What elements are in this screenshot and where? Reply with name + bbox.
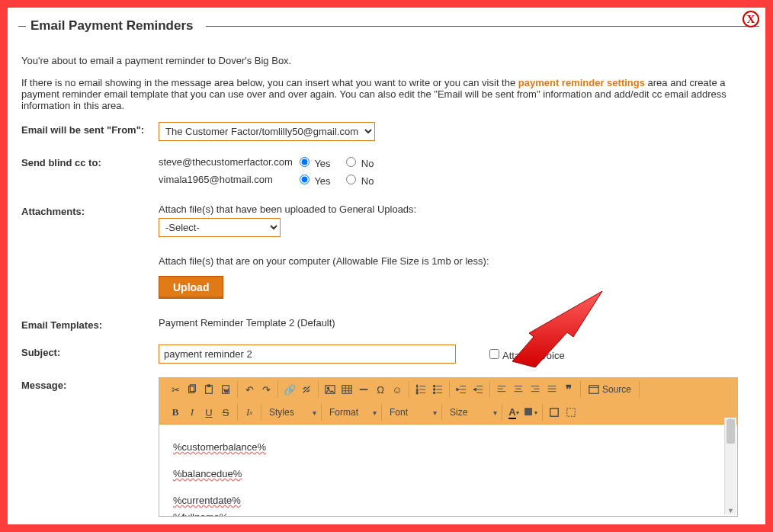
intro-paragraph-2: If there is no email showing in the mess…: [21, 77, 759, 111]
bold-icon[interactable]: B: [167, 404, 184, 421]
indent-icon[interactable]: [470, 381, 486, 398]
upload-button[interactable]: Upload: [159, 276, 223, 299]
special-char-icon[interactable]: Ω: [372, 381, 389, 398]
svg-text:W: W: [223, 388, 229, 394]
copy-icon[interactable]: [184, 381, 200, 398]
bcc-no-radio[interactable]: [346, 157, 356, 167]
rule-left: [18, 26, 26, 27]
message-label: Message:: [21, 377, 159, 391]
link-icon[interactable]: 🔗: [281, 381, 298, 398]
message-token: %currentdate%: [173, 495, 241, 506]
svg-point-22: [433, 389, 435, 391]
svg-rect-9: [342, 386, 351, 394]
format-dropdown[interactable]: Format: [325, 404, 378, 421]
font-dropdown[interactable]: Font: [385, 404, 438, 421]
svg-rect-3: [207, 385, 210, 387]
no-label: No: [361, 175, 374, 187]
from-label: Email will be sent "From":: [21, 122, 159, 136]
subject-label: Subject:: [21, 345, 159, 358]
source-label: Source: [602, 384, 631, 395]
attach-invoice-label: Attach Invoice: [502, 350, 565, 361]
attach-computer-help: Attach file(s) that are on your computer…: [159, 255, 759, 267]
align-left-icon[interactable]: [493, 381, 510, 398]
svg-rect-47: [589, 386, 598, 394]
yes-label: Yes: [314, 175, 330, 187]
align-center-icon[interactable]: [510, 381, 527, 398]
bullet-list-icon[interactable]: [429, 381, 446, 398]
bcc-no-option[interactable]: No: [342, 175, 374, 187]
bcc-yes-option[interactable]: Yes: [296, 158, 331, 169]
from-select[interactable]: The Customer Factor/tomlilly50@gmail.com: [159, 122, 375, 141]
maximize-icon[interactable]: [546, 404, 563, 421]
hr-icon[interactable]: [355, 381, 372, 398]
svg-point-21: [433, 385, 435, 387]
editor-textarea[interactable]: %customerbalance% %balancedue% %currentd…: [159, 425, 737, 516]
svg-marker-30: [457, 388, 460, 391]
svg-point-23: [433, 392, 435, 394]
attachments-label: Attachments:: [21, 204, 159, 217]
bcc-no-radio[interactable]: [346, 175, 356, 184]
numbered-list-icon[interactable]: 123: [412, 381, 429, 398]
cut-icon[interactable]: ✂: [167, 381, 184, 398]
redo-icon[interactable]: ↷: [258, 381, 274, 398]
attach-uploaded-help: Attach file(s) that have been uploaded t…: [159, 204, 759, 215]
underline-icon[interactable]: U: [200, 404, 217, 421]
image-icon[interactable]: [322, 381, 338, 398]
blockquote-icon[interactable]: ❞: [560, 381, 577, 398]
bcc-yes-option[interactable]: Yes: [296, 175, 331, 187]
intro-text-a: If there is no email showing in the mess…: [21, 77, 518, 88]
message-token: %fullname%: [173, 511, 228, 516]
bcc-yes-radio[interactable]: [300, 175, 310, 184]
bcc-email: vimala1965@hotmail.com: [159, 174, 296, 185]
yes-label: Yes: [314, 158, 330, 169]
bg-color-icon[interactable]: ▾: [522, 404, 539, 421]
message-token: %balancedue%: [173, 468, 242, 479]
paste-word-icon[interactable]: W: [217, 381, 234, 398]
bcc-row: steve@thecustomerfactor.com Yes No: [159, 155, 759, 169]
attach-invoice-checkbox[interactable]: [489, 349, 499, 359]
page-title: Email Payment Reminders: [30, 18, 194, 34]
styles-dropdown[interactable]: Styles: [265, 404, 318, 421]
paste-icon[interactable]: [200, 381, 217, 398]
align-right-icon[interactable]: [527, 381, 544, 398]
attach-invoice-option[interactable]: Attach Invoice: [486, 347, 565, 361]
editor-toolbar: ✂ W ↶ ↷ 🔗: [159, 378, 737, 425]
svg-rect-51: [567, 409, 576, 417]
message-token: %customerbalance%: [173, 441, 266, 453]
rule-right: [206, 26, 759, 27]
size-dropdown[interactable]: Size: [445, 404, 499, 421]
editor-scrollbar[interactable]: ▲ ▼: [724, 418, 736, 514]
svg-rect-49: [525, 409, 532, 415]
subject-input[interactable]: [159, 345, 456, 364]
bcc-label: Send blind cc to:: [21, 155, 159, 168]
scrollbar-thumb[interactable]: [726, 419, 735, 444]
payment-reminder-settings-link[interactable]: payment reminder settings: [518, 77, 645, 88]
bcc-yes-radio[interactable]: [300, 157, 310, 167]
page-title-row: Email Payment Reminders: [18, 18, 759, 34]
undo-icon[interactable]: ↶: [241, 381, 258, 398]
strike-icon[interactable]: S: [217, 404, 234, 421]
close-button[interactable]: X: [743, 11, 759, 27]
table-icon[interactable]: [338, 381, 355, 398]
intro-paragraph-1: You're about to email a payment reminder…: [21, 55, 759, 66]
svg-rect-50: [550, 409, 559, 417]
bcc-no-option[interactable]: No: [342, 158, 374, 169]
attach-uploaded-select[interactable]: -Select-: [159, 218, 281, 237]
outdent-icon[interactable]: [453, 381, 470, 398]
svg-text:3: 3: [416, 391, 419, 395]
rich-text-editor: ✂ W ↶ ↷ 🔗: [159, 377, 738, 517]
show-blocks-icon[interactable]: [563, 404, 579, 421]
bcc-email: steve@thecustomerfactor.com: [159, 156, 296, 168]
template-name: Payment Reminder Template 2 (Default): [159, 317, 759, 328]
templates-label: Email Templates:: [21, 317, 159, 331]
source-button[interactable]: Source: [584, 381, 636, 398]
unlink-icon[interactable]: [298, 381, 315, 398]
italic-icon[interactable]: I: [184, 404, 200, 421]
align-justify-icon[interactable]: [544, 381, 560, 398]
remove-format-icon[interactable]: Ix: [241, 404, 258, 421]
bcc-row: vimala1965@hotmail.com Yes No: [159, 172, 759, 187]
no-label: No: [361, 158, 374, 169]
emoji-icon[interactable]: ☺: [389, 381, 406, 398]
svg-marker-34: [473, 388, 476, 391]
text-color-icon[interactable]: A▾: [505, 404, 522, 421]
